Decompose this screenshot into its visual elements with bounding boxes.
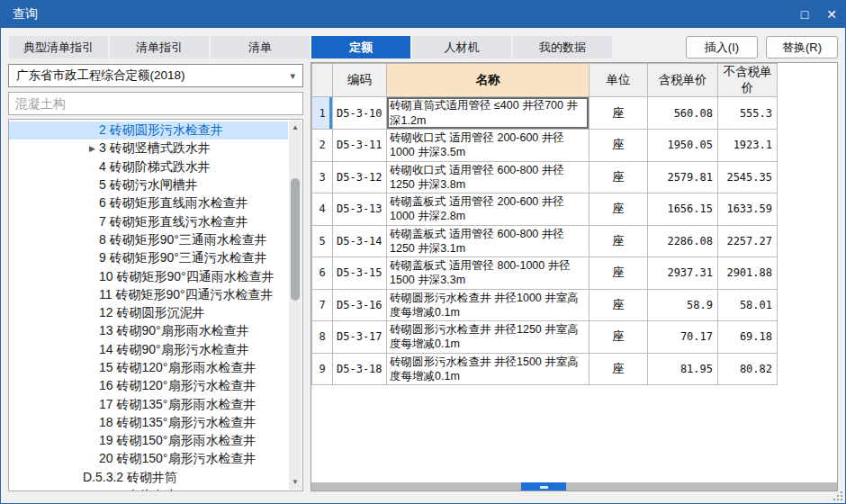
name-cell[interactable]: 砖砌盖板式 适用管径 800-1000 井径1500 井深3.3m bbox=[387, 257, 590, 290]
table-row[interactable]: 5 D5-3-14 砖砌盖板式 适用管径 600-800 井径1250 井深3.… bbox=[312, 225, 778, 257]
tab[interactable]: 清单 bbox=[211, 36, 310, 58]
name-cell[interactable]: 砖砌收口式 适用管径 600-800 井径1250 井深3.8m bbox=[387, 161, 590, 194]
code-cell[interactable]: D5-3-16 bbox=[333, 289, 387, 321]
horizontal-scrollbar-thumb[interactable] bbox=[521, 482, 566, 490]
name-cell[interactable]: 砖砌圆形污水检查井 井径1000 井室高度每增减0.1m bbox=[387, 289, 590, 321]
price-excl-tax-cell[interactable]: 1633.59 bbox=[718, 194, 778, 226]
name-cell[interactable]: 砖砌盖板式 适用管径 200-600 井径1000 井深2.8m bbox=[387, 194, 590, 226]
tree-item[interactable]: 5 砖砌污水闸槽井 bbox=[9, 176, 288, 194]
tree-item[interactable]: 2 砖砌圆形污水检查井 bbox=[9, 122, 288, 140]
tab[interactable]: 清单指引 bbox=[110, 36, 209, 58]
tab[interactable]: 定额 bbox=[311, 36, 410, 58]
row-number-cell[interactable]: 9 bbox=[312, 353, 333, 385]
price-incl-tax-cell[interactable]: 1950.05 bbox=[648, 130, 718, 162]
price-incl-tax-cell[interactable]: 560.08 bbox=[648, 97, 718, 130]
price-incl-tax-cell[interactable]: 2579.81 bbox=[648, 161, 718, 194]
tree-item[interactable]: 19 砖砌150°扇形雨水检查井 bbox=[9, 432, 288, 450]
code-cell[interactable]: D5-3-14 bbox=[333, 225, 387, 257]
insert-button[interactable]: 插入(I) bbox=[686, 36, 758, 58]
price-excl-tax-cell[interactable]: 1923.1 bbox=[718, 130, 778, 162]
price-excl-tax-cell[interactable]: 58.01 bbox=[718, 289, 778, 321]
table-row[interactable]: 4 D5-3-13 砖砌盖板式 适用管径 200-600 井径1000 井深2.… bbox=[312, 194, 778, 226]
tree-item[interactable]: 14 砖砌90°扇形污水检查井 bbox=[9, 341, 288, 359]
price-incl-tax-cell[interactable]: 2286.08 bbox=[648, 225, 718, 257]
tree-scrollbar[interactable]: ▲ ▼ bbox=[289, 121, 302, 490]
tree-item[interactable]: 6 砖砌矩形直线雨水检查井 bbox=[9, 194, 288, 212]
row-number-cell[interactable]: 1 bbox=[312, 97, 333, 130]
search-input[interactable] bbox=[8, 92, 303, 115]
tab[interactable]: 人材机 bbox=[412, 36, 511, 58]
table-row[interactable]: 8 D5-3-17 砖砌圆形污水检查井 井径1250 井室高度每增减0.1m 座… bbox=[312, 321, 778, 354]
name-cell[interactable]: 砖砌圆形污水检查井 井径1500 井室高度每增减0.1m bbox=[387, 353, 590, 385]
row-number-cell[interactable]: 5 bbox=[312, 225, 333, 257]
table-row[interactable]: 7 D5-3-16 砖砌圆形污水检查井 井径1000 井室高度每增减0.1m 座… bbox=[312, 289, 778, 321]
tree-item[interactable]: 15 砖砌120°扇形雨水检查井 bbox=[9, 359, 288, 377]
price-excl-tax-cell[interactable]: 80.82 bbox=[718, 353, 778, 385]
tree-item[interactable]: 18 砖砌135°扇形污水检查井 bbox=[9, 414, 288, 432]
table-row[interactable]: 1 D5-3-10 砖砌直筒式适用管径 ≤400 井径700 井深1.2m 座 … bbox=[312, 97, 778, 130]
table-row[interactable]: 3 D5-3-12 砖砌收口式 适用管径 600-800 井径1250 井深3.… bbox=[312, 161, 778, 194]
expand-arrow-icon[interactable]: ▶ bbox=[86, 144, 99, 153]
tree-item[interactable]: 4 砖砌阶梯式跌水井 bbox=[9, 158, 288, 176]
name-cell[interactable]: 砖砌盖板式 适用管径 600-800 井径1250 井深3.1m bbox=[387, 225, 590, 257]
tree-scrollbar-thumb[interactable] bbox=[291, 178, 300, 301]
unit-cell[interactable]: 座 bbox=[590, 161, 648, 194]
name-cell[interactable]: 砖砌圆形污水检查井 井径1250 井室高度每增减0.1m bbox=[387, 321, 590, 354]
replace-button[interactable]: 替换(R) bbox=[766, 36, 838, 58]
tree-item[interactable]: 7 砖砌矩形直线污水检查井 bbox=[9, 212, 288, 230]
unit-cell[interactable]: 座 bbox=[590, 194, 648, 226]
code-cell[interactable]: D5-3-18 bbox=[333, 353, 387, 385]
unit-cell[interactable]: 座 bbox=[590, 225, 648, 257]
close-icon[interactable]: ✕ bbox=[818, 1, 845, 28]
price-excl-tax-cell[interactable]: 555.3 bbox=[718, 97, 778, 130]
scroll-down-icon[interactable]: ▼ bbox=[289, 476, 302, 489]
unit-cell[interactable]: 座 bbox=[590, 321, 648, 354]
tab[interactable]: 典型清单指引 bbox=[9, 36, 108, 58]
price-incl-tax-cell[interactable]: 1656.15 bbox=[648, 194, 718, 226]
code-cell[interactable]: D5-3-11 bbox=[333, 130, 387, 162]
table-row[interactable]: 6 D5-3-15 砖砌盖板式 适用管径 800-1000 井径1500 井深3… bbox=[312, 257, 778, 290]
unit-cell[interactable]: 座 bbox=[590, 97, 648, 130]
tree-item[interactable]: 11 砖砌矩形90°四通污水检查井 bbox=[9, 286, 288, 304]
code-cell[interactable]: D5-3-15 bbox=[333, 257, 387, 290]
unit-cell[interactable]: 座 bbox=[590, 289, 648, 321]
name-cell[interactable]: 砖砌收口式 适用管径 200-600 井径1000 井深3.5m bbox=[387, 130, 590, 162]
tree-item[interactable]: 12 砖砌圆形沉泥井 bbox=[9, 304, 288, 322]
tree-item[interactable]: 8 砖砌矩形90°三通雨水检查井 bbox=[9, 231, 288, 249]
tree-item[interactable]: 9 砖砌矩形90°三通污水检查井 bbox=[9, 249, 288, 267]
maximize-icon[interactable]: □ bbox=[791, 1, 818, 28]
price-excl-tax-cell[interactable]: 2257.27 bbox=[718, 225, 778, 257]
code-cell[interactable]: D5-3-13 bbox=[333, 194, 387, 226]
table-row[interactable]: 9 D5-3-18 砖砌圆形污水检查井 井径1500 井室高度每增减0.1m 座… bbox=[312, 353, 778, 385]
tab[interactable]: 我的数据 bbox=[513, 36, 612, 58]
unit-cell[interactable]: 座 bbox=[590, 257, 648, 290]
tree-item[interactable]: D.5.3.3 砌体出水口 bbox=[9, 487, 288, 490]
row-number-cell[interactable]: 8 bbox=[312, 321, 333, 354]
price-incl-tax-cell[interactable]: 70.17 bbox=[648, 321, 718, 354]
tree-item[interactable]: 16 砖砌120°扇形污水检查井 bbox=[9, 377, 288, 395]
code-cell[interactable]: D5-3-10 bbox=[333, 97, 387, 130]
name-cell[interactable]: 砖砌直筒式适用管径 ≤400 井径700 井深1.2m bbox=[387, 97, 590, 130]
code-cell[interactable]: D5-3-12 bbox=[333, 161, 387, 194]
price-incl-tax-cell[interactable]: 2937.31 bbox=[648, 257, 718, 290]
row-number-cell[interactable]: 6 bbox=[312, 257, 333, 290]
price-excl-tax-cell[interactable]: 2545.35 bbox=[718, 161, 778, 194]
price-excl-tax-cell[interactable]: 69.18 bbox=[718, 321, 778, 354]
tree-item[interactable]: 13 砖砌90°扇形雨水检查井 bbox=[9, 322, 288, 340]
unit-cell[interactable]: 座 bbox=[590, 353, 648, 385]
price-incl-tax-cell[interactable]: 81.95 bbox=[648, 353, 718, 385]
tree-item[interactable]: 17 砖砌135°扇形雨水检查井 bbox=[9, 395, 288, 413]
code-cell[interactable]: D5-3-17 bbox=[333, 321, 387, 354]
row-number-cell[interactable]: 7 bbox=[312, 289, 333, 321]
row-number-cell[interactable]: 3 bbox=[312, 161, 333, 194]
row-number-cell[interactable]: 2 bbox=[312, 130, 333, 162]
quota-library-select[interactable]: 广东省市政工程综合定额(2018) ▾ bbox=[8, 64, 303, 87]
unit-cell[interactable]: 座 bbox=[590, 130, 648, 162]
tree-item[interactable]: D.5.3.2 砖砌井筒 bbox=[9, 469, 288, 487]
resize-grip-icon[interactable] bbox=[841, 499, 842, 500]
scroll-up-icon[interactable]: ▲ bbox=[289, 122, 302, 134]
price-incl-tax-cell[interactable]: 58.9 bbox=[648, 289, 718, 321]
price-excl-tax-cell[interactable]: 2901.88 bbox=[718, 257, 778, 290]
table-row[interactable]: 2 D5-3-11 砖砌收口式 适用管径 200-600 井径1000 井深3.… bbox=[312, 130, 778, 162]
tree-item[interactable]: ▶ 3 砖砌竖槽式跌水井 bbox=[9, 140, 288, 158]
